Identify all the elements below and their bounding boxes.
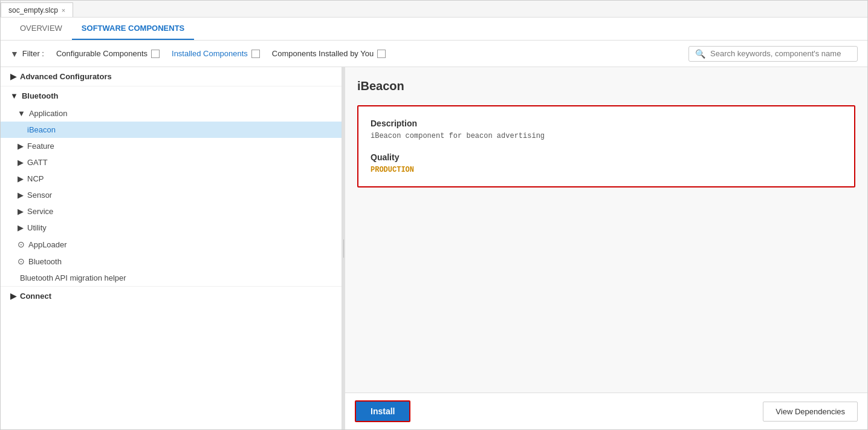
filter-label-group: ▼ Filter : (10, 49, 44, 59)
sidebar-item-bluetooth-api-migration[interactable]: Bluetooth API migration helper (1, 270, 342, 286)
configurable-checkbox[interactable] (151, 50, 160, 58)
check-circle-icon-apploader: ⊙ (18, 239, 25, 249)
by-you-checkbox[interactable] (377, 50, 386, 58)
arrow-right-icon-gatt: ▶ (18, 158, 24, 167)
component-card: Description iBeacon component for beacon… (357, 105, 855, 187)
arrow-right-icon: ▶ (10, 72, 16, 81)
file-tab-label: soc_empty.slcp (8, 6, 58, 15)
installed-label: Installed Components (172, 49, 248, 58)
filter-icon: ▼ (10, 49, 19, 59)
filter-bar: ▼ Filter : Configurable Components Insta… (1, 41, 867, 67)
sidebar-item-application[interactable]: ▼ Application (1, 105, 342, 122)
action-bar: Install View Dependencies (345, 393, 867, 429)
sidebar-item-apploader[interactable]: ⊙ AppLoader (1, 236, 342, 253)
sidebar-item-bluetooth-leaf[interactable]: ⊙ Bluetooth (1, 253, 342, 270)
sidebar-item-service[interactable]: ▶ Service (1, 203, 342, 220)
arrow-right-icon-utility: ▶ (18, 223, 24, 232)
installed-checkbox[interactable] (251, 50, 260, 58)
search-icon: 🔍 (695, 49, 705, 59)
overview-tab[interactable]: OVERVIEW (10, 17, 72, 40)
software-components-tab[interactable]: SOFTWARE COMPONENTS (72, 17, 194, 40)
arrow-right-icon-sensor: ▶ (18, 191, 24, 200)
sidebar: ▶ Advanced Configurators ▼ Bluetooth ▼ A… (1, 67, 342, 429)
search-box[interactable]: 🔍 (688, 46, 858, 62)
sidebar-item-bluetooth-category[interactable]: ▼ Bluetooth (1, 86, 342, 105)
arrow-right-icon-ncp: ▶ (18, 174, 24, 183)
panel-splitter[interactable] (342, 67, 345, 429)
arrow-right-icon-connect: ▶ (10, 292, 16, 301)
arrow-down-icon-bluetooth: ▼ (10, 91, 18, 100)
component-detail-area: iBeacon Description iBeacon component fo… (345, 67, 867, 393)
view-dependencies-button[interactable]: View Dependencies (763, 402, 858, 422)
configurable-components-filter[interactable]: Configurable Components (56, 49, 160, 58)
tab-close-icon[interactable]: × (62, 7, 65, 14)
quality-value: PRODUCTION (371, 166, 842, 174)
right-panel: iBeacon Description iBeacon component fo… (345, 67, 867, 429)
nav-tabs: OVERVIEW SOFTWARE COMPONENTS (1, 18, 867, 41)
arrow-right-icon-feature: ▶ (18, 142, 24, 151)
by-you-filter[interactable]: Components Installed by You (272, 49, 386, 58)
quality-label: Quality (371, 152, 842, 162)
arrow-down-icon-application: ▼ (18, 109, 25, 118)
main-content: ▶ Advanced Configurators ▼ Bluetooth ▼ A… (1, 67, 867, 429)
sidebar-item-advanced-configurators[interactable]: ▶ Advanced Configurators (1, 67, 342, 86)
configurable-label: Configurable Components (56, 49, 147, 58)
sidebar-item-gatt[interactable]: ▶ GATT (1, 154, 342, 171)
sidebar-item-sensor[interactable]: ▶ Sensor (1, 187, 342, 203)
filter-text: Filter : (22, 49, 44, 58)
description-label: Description (371, 119, 842, 128)
check-circle-icon-bluetooth: ⊙ (18, 256, 25, 266)
arrow-right-icon-service: ▶ (18, 207, 24, 216)
by-you-label: Components Installed by You (272, 49, 374, 58)
description-text: iBeacon component for beacon advertising (371, 132, 842, 140)
install-button[interactable]: Install (355, 400, 410, 422)
sidebar-item-connect[interactable]: ▶ Connect (1, 286, 342, 305)
installed-components-filter[interactable]: Installed Components (172, 49, 260, 58)
file-tab[interactable]: soc_empty.slcp × (1, 2, 73, 17)
sidebar-item-feature[interactable]: ▶ Feature (1, 138, 342, 154)
sidebar-item-utility[interactable]: ▶ Utility (1, 220, 342, 236)
sidebar-item-ibeacon[interactable]: iBeacon (1, 122, 342, 138)
sidebar-item-ncp[interactable]: ▶ NCP (1, 171, 342, 187)
search-input[interactable] (710, 49, 851, 58)
component-title: iBeacon (357, 79, 855, 93)
